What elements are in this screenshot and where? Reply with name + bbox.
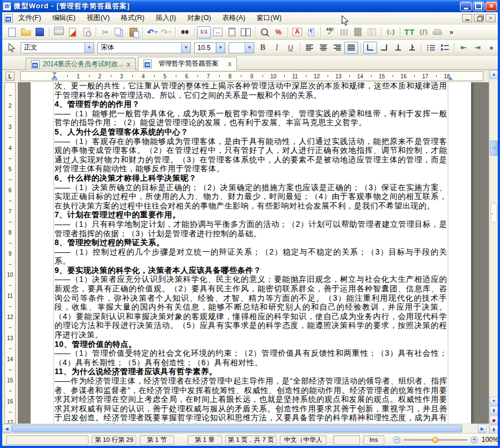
- vertical-ruler[interactable]: 2 3 4 5 6 7 8 9 10 11: [2, 82, 18, 424]
- zoom-percent-button[interactable]: %: [271, 26, 285, 38]
- scroll-up-button[interactable]: ▲: [489, 70, 498, 79]
- minimize-button[interactable]: [460, 2, 472, 11]
- print-preview-button[interactable]: [80, 26, 93, 38]
- align-right-button[interactable]: [330, 42, 344, 54]
- shading-button[interactable]: [351, 26, 365, 38]
- font-color-button[interactable]: A: [290, 26, 304, 38]
- maximize-button[interactable]: [473, 2, 484, 11]
- right-indent-marker[interactable]: [448, 77, 453, 80]
- scroll-right-button[interactable]: ▶: [478, 424, 487, 433]
- tab-right-button[interactable]: [377, 42, 391, 54]
- tab-close-icon[interactable]: x: [127, 61, 131, 68]
- horizontal-ruler[interactable]: 1 2 3 4 5 6 7 8 9 10 11 12: [20, 71, 483, 81]
- formula-button[interactable]: {ƒ}: [417, 26, 430, 38]
- document-page[interactable]: 次、更一般的共性，它注重从管理的整体性上揭示各种管理活动中深层次的本质和规律，这…: [31, 82, 471, 424]
- tab-label: 2014重庆公务员考试时政...: [43, 59, 123, 69]
- font-combo[interactable]: 宋体 ▼: [97, 42, 191, 53]
- undo-button[interactable]: ↶: [145, 26, 159, 38]
- menu-window[interactable]: 窗口(W): [251, 12, 287, 24]
- two-page-button[interactable]: [239, 26, 253, 38]
- tab-stop-selector[interactable]: L: [6, 72, 14, 81]
- increase-indent-button[interactable]: ⇥: [471, 42, 484, 54]
- find-button[interactable]: [178, 26, 192, 38]
- justify-button[interactable]: [344, 42, 358, 54]
- chevron-down-icon[interactable]: ▼: [85, 43, 93, 53]
- cut-button[interactable]: ✂: [98, 26, 112, 38]
- underline-button[interactable]: U: [284, 42, 298, 54]
- zoom-100-button[interactable]: 1:1: [197, 26, 211, 38]
- tab-document-1[interactable]: 2014重庆公务员考试时政... x: [26, 58, 136, 70]
- horizontal-scrollbar-thumb[interactable]: [12, 425, 462, 432]
- formatting-marks-button[interactable]: ¶: [304, 26, 318, 38]
- left-indent-marker[interactable]: [52, 78, 57, 80]
- tab-left-button[interactable]: [363, 42, 377, 54]
- toolbar-separator: [398, 26, 403, 38]
- zoom-out-button[interactable]: −: [393, 436, 400, 444]
- scroll-down-button[interactable]: ▼: [489, 397, 498, 406]
- fit-width-button[interactable]: ↔: [211, 26, 225, 38]
- close-document-button[interactable]: ×: [486, 14, 496, 22]
- bold-button[interactable]: B: [256, 42, 270, 54]
- tab-center-button[interactable]: [391, 42, 405, 54]
- menu-edit[interactable]: 编辑(E): [47, 12, 81, 24]
- chevron-down-icon[interactable]: ▼: [245, 43, 254, 53]
- copy-button[interactable]: [112, 26, 126, 38]
- tab-close-icon[interactable]: x: [228, 61, 232, 67]
- align-center-button[interactable]: [316, 42, 330, 54]
- font-size-combo[interactable]: 10.5 ▼: [194, 42, 225, 53]
- tab-decimal-button[interactable]: [405, 42, 419, 54]
- zoom-slider-track[interactable]: [403, 439, 468, 441]
- italic-button[interactable]: I: [270, 42, 284, 54]
- zoom-button[interactable]: [258, 26, 271, 38]
- menu-object[interactable]: 对象(O): [181, 12, 216, 24]
- toolbar-overflow-button[interactable]: »: [484, 42, 498, 54]
- ruler-number: 15: [5, 370, 15, 391]
- document-paragraph: ——（1）控制过程的几个步骤是对立统一的辩证关系；（2）稳定与不稳定的关系；（3…: [55, 247, 447, 266]
- close-button[interactable]: ×: [486, 2, 497, 11]
- vertical-scrollbar[interactable]: ▲ ◂ ▼ ⇞ ● ⇟: [489, 70, 498, 433]
- restore-document-button[interactable]: [474, 14, 484, 22]
- split-handle[interactable]: ◂: [491, 203, 497, 223]
- export-pdf-button[interactable]: [66, 26, 80, 38]
- new-document-button[interactable]: [5, 26, 19, 38]
- chevron-down-icon[interactable]: ▼: [216, 43, 225, 53]
- chevron-down-icon[interactable]: ▼: [181, 43, 190, 53]
- tab-document-2[interactable]: 管理哲学简答题答案 x: [138, 57, 237, 70]
- style-combo[interactable]: 正文 ▼: [21, 42, 94, 53]
- menu-insert[interactable]: 插入(I): [150, 12, 182, 24]
- letter-wizard-button[interactable]: L: [365, 26, 379, 38]
- menu-file[interactable]: 文件(F): [13, 12, 47, 24]
- ruler-number: 15: [371, 72, 393, 81]
- bullets-button[interactable]: [424, 42, 438, 54]
- document-text-column[interactable]: 次、更一般的共性，它注重从管理的整体性上揭示各种管理活动中深层次的本质和规律，这…: [53, 82, 448, 424]
- font-color-combo[interactable]: ▼: [229, 42, 254, 53]
- zoom-slider-thumb[interactable]: [432, 437, 438, 443]
- previous-page-button[interactable]: ⇞: [489, 406, 498, 415]
- print-button[interactable]: [52, 26, 66, 38]
- align-left-button[interactable]: [303, 42, 316, 54]
- decrease-indent-button[interactable]: ⇤: [457, 42, 471, 54]
- select-tool-button[interactable]: [5, 42, 19, 54]
- menu-table[interactable]: 表格(A): [217, 12, 251, 24]
- browse-object-button[interactable]: ●: [489, 416, 498, 425]
- one-page-button[interactable]: [225, 26, 239, 38]
- menu-format[interactable]: 格式(R): [115, 12, 150, 24]
- style-value: 正文: [21, 43, 85, 52]
- mail-merge-button[interactable]: [430, 26, 444, 38]
- minimize-document-button[interactable]: [462, 14, 472, 22]
- spellcheck-button[interactable]: ABC: [323, 26, 337, 38]
- numbering-button[interactable]: [438, 42, 452, 54]
- nonprinting-fields-button[interactable]: ΤΤ: [403, 26, 417, 38]
- scroll-left-button[interactable]: ◀: [2, 424, 11, 433]
- ruler-number: 4: [132, 72, 154, 81]
- toolbar-overflow-button[interactable]: »: [444, 26, 458, 38]
- zoom-in-button[interactable]: +: [471, 436, 478, 444]
- horizontal-scrollbar[interactable]: ◀ ▶: [2, 424, 489, 433]
- menu-view[interactable]: 视图(V): [81, 12, 116, 24]
- paste-button[interactable]: [126, 26, 140, 38]
- redo-button[interactable]: ↷: [159, 26, 173, 38]
- vertical-scrollbar-thumb[interactable]: [490, 141, 498, 156]
- field-braces-button[interactable]: {↓}: [384, 26, 398, 38]
- open-button[interactable]: [19, 26, 33, 38]
- save-button[interactable]: [33, 26, 47, 38]
